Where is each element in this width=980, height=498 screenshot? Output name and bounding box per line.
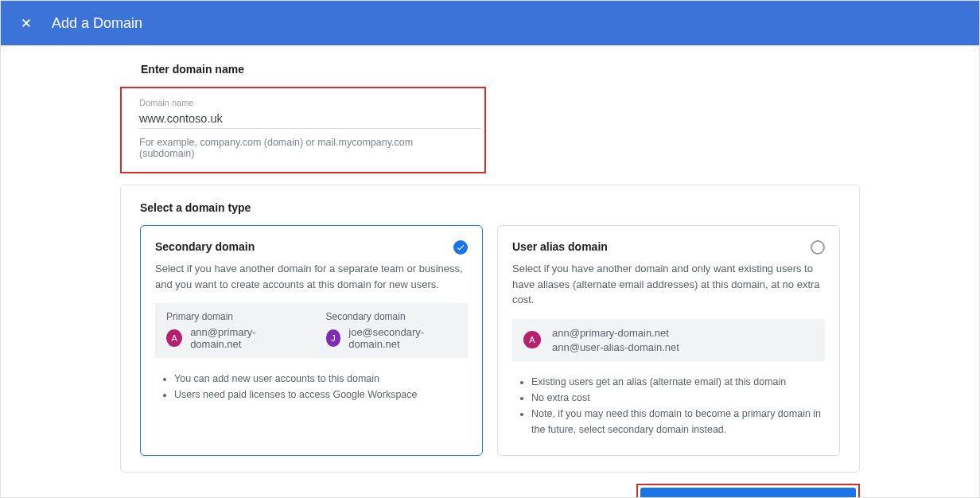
radio-unselected-icon xyxy=(811,240,825,255)
example-email: joe@secondary-domain.net xyxy=(348,326,457,350)
add-domain-start-verification-button[interactable]: ADD DOMAIN & START VERIFICATION xyxy=(640,488,856,499)
list-item: Existing users get an alias (alternate e… xyxy=(531,374,825,390)
modal-header: Add a Domain xyxy=(1,1,979,45)
list-item: No extra cost xyxy=(531,390,825,406)
domain-field-label: Domain name xyxy=(139,98,467,107)
list-item: Note, if you may need this domain to bec… xyxy=(531,406,825,438)
domain-helper-text: For example, company.com (domain) or mai… xyxy=(139,137,467,159)
alias-bullets: Existing users get an alias (alternate e… xyxy=(512,374,825,438)
secondary-bullets: You can add new user accounts to this do… xyxy=(155,371,468,403)
footer-actions: CANCEL ADD DOMAIN & START VERIFICATION xyxy=(120,473,860,499)
primary-domain-label: Primary domain xyxy=(166,311,298,322)
example-email: ann@primary-domain.net xyxy=(552,327,679,339)
alias-title: User alias domain xyxy=(512,240,608,253)
option-user-alias-domain[interactable]: User alias domain Select if you have ano… xyxy=(497,225,840,456)
modal-title: Add a Domain xyxy=(52,15,142,32)
enter-domain-title: Enter domain name xyxy=(141,63,860,76)
list-item: Users need paid licenses to access Googl… xyxy=(174,387,468,403)
submit-highlight: ADD DOMAIN & START VERIFICATION xyxy=(636,484,860,499)
secondary-title: Secondary domain xyxy=(155,240,255,253)
secondary-domain-label: Secondary domain xyxy=(326,311,457,322)
avatar: A xyxy=(166,329,182,347)
close-icon[interactable] xyxy=(17,14,36,33)
secondary-example: Primary domain A ann@primary-domain.net … xyxy=(155,303,468,358)
example-email: ann@user-alias-domain.net xyxy=(552,341,679,353)
secondary-desc: Select if you have another domain for a … xyxy=(155,261,468,292)
cancel-button[interactable]: CANCEL xyxy=(556,489,616,499)
selected-check-icon xyxy=(453,240,468,255)
alias-example: A ann@primary-domain.net ann@user-alias-… xyxy=(512,319,825,361)
domain-name-input[interactable] xyxy=(139,109,481,129)
option-secondary-domain[interactable]: Secondary domain Select if you have anot… xyxy=(140,225,483,456)
example-email: ann@primary-domain.net xyxy=(190,326,297,350)
domain-input-card: Domain name For example, company.com (do… xyxy=(120,87,486,173)
avatar: J xyxy=(326,329,341,347)
list-item: You can add new user accounts to this do… xyxy=(174,371,468,387)
domain-type-card: Select a domain type Secondary domain Se… xyxy=(120,185,860,473)
avatar: A xyxy=(523,331,541,348)
alias-desc: Select if you have another domain and on… xyxy=(512,261,825,308)
select-type-title: Select a domain type xyxy=(140,201,840,214)
